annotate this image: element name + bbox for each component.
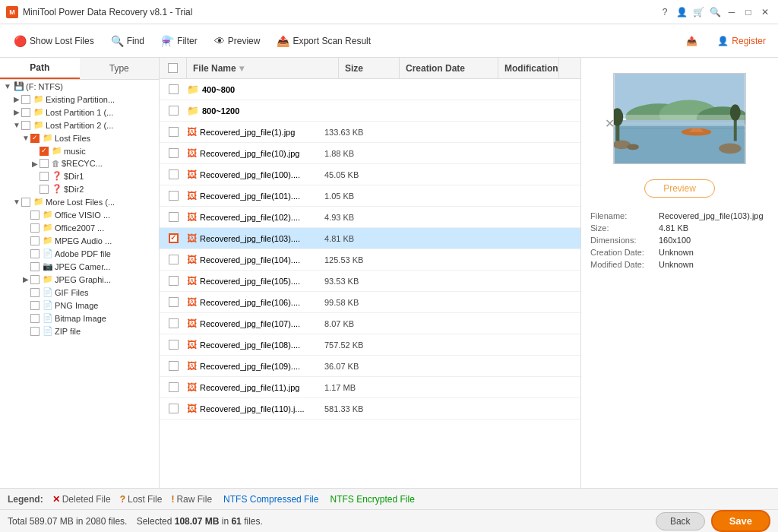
chk-dir2[interactable] (40, 185, 49, 194)
chk-zipfile[interactable] (30, 327, 40, 336)
search-btn[interactable]: 🔍 (708, 5, 722, 19)
col-header-size[interactable]: Size (339, 58, 400, 78)
tree-item-mpegaudio[interactable]: 📁 MPEG Audio ... (0, 234, 159, 247)
tree-item-office2007[interactable]: 📁 Office2007 ... (0, 221, 159, 234)
table-row[interactable]: 🖼 Recovered_jpg_file(106).... 99.58 KB (160, 292, 580, 313)
help-btn[interactable]: ? (658, 5, 672, 19)
table-row[interactable]: 🖼 Recovered_jpg_file(1).jpg 133.63 KB (160, 122, 580, 143)
back-button[interactable]: Back (656, 512, 705, 530)
toggle-existing[interactable]: ▶ (12, 95, 21, 103)
row-checkbox-area[interactable] (160, 340, 187, 350)
close-panel-button[interactable]: ✕ (605, 116, 615, 131)
toggle-jpeggraph[interactable]: ▶ (21, 275, 30, 283)
table-row[interactable]: 🖼 Recovered_jpg_file(103).... 4.81 KB (160, 228, 580, 249)
tree-item-music[interactable]: 📁 music (0, 144, 159, 157)
row-checkbox-area[interactable] (160, 255, 187, 264)
row-checkbox[interactable] (169, 233, 179, 243)
close-btn[interactable]: ✕ (758, 5, 772, 19)
row-checkbox[interactable] (169, 106, 179, 116)
row-checkbox[interactable] (169, 148, 179, 158)
tab-path[interactable]: Path (0, 58, 80, 79)
table-row[interactable]: 🖼 Recovered_jpg_file(105).... 93.53 KB (160, 271, 580, 292)
preview-action-button[interactable]: Preview (644, 179, 715, 198)
toggle-lost2[interactable]: ▼ (12, 121, 21, 129)
tree-item-lostfiles[interactable]: ▼ 📁 Lost Files (0, 131, 159, 144)
table-row[interactable]: 🖼 Recovered_jpg_file(11).jpg 1.17 MB (160, 377, 580, 398)
find-button[interactable]: 🔍 Find (103, 28, 152, 54)
row-checkbox[interactable] (169, 127, 179, 137)
chk-lost2[interactable] (21, 121, 30, 130)
chk-dir1[interactable] (40, 172, 49, 181)
tree-item-officevisio[interactable]: 📁 Office VISIO ... (0, 208, 159, 221)
row-checkbox[interactable] (169, 255, 179, 264)
table-row[interactable]: 🖼 Recovered_jpg_file(101).... 1.05 KB (160, 185, 580, 207)
row-checkbox[interactable] (169, 318, 179, 328)
toggle-lostfiles[interactable]: ▼ (21, 134, 30, 142)
toggle-recyc[interactable]: ▶ (30, 160, 40, 168)
row-checkbox-area[interactable] (160, 276, 187, 286)
row-checkbox[interactable] (169, 404, 179, 413)
share-button[interactable]: 📤 (678, 28, 705, 54)
chk-morelost[interactable] (21, 198, 30, 207)
chk-office2007[interactable] (30, 223, 40, 233)
table-row[interactable]: 🖼 Recovered_jpg_file(102).... 4.93 KB (160, 207, 580, 228)
row-checkbox[interactable] (169, 361, 179, 371)
table-row[interactable]: 🖼 Recovered_jpg_file(104).... 125.53 KB (160, 249, 580, 271)
row-checkbox[interactable] (169, 191, 179, 201)
toggle-ntfs[interactable]: ▼ (3, 82, 12, 90)
filter-button[interactable]: ⚗️ Filter (153, 28, 205, 54)
chk-music[interactable] (40, 147, 49, 156)
tree-item-adobepdf[interactable]: 📄 Adobe PDF file (0, 247, 159, 260)
row-checkbox[interactable] (169, 297, 179, 307)
chk-recyc[interactable] (40, 159, 49, 168)
header-checkbox[interactable] (168, 63, 178, 73)
tree-item-jpegcamer[interactable]: 📷 JPEG Camer... (0, 260, 159, 273)
row-checkbox-area[interactable] (160, 148, 187, 158)
row-checkbox-area[interactable] (160, 318, 187, 328)
col-header-modification[interactable]: Modification (498, 58, 559, 78)
tab-type[interactable]: Type (80, 58, 160, 79)
tree-item-dir1[interactable]: ❓ $Dir1 (0, 169, 159, 182)
tree-item-giffiles[interactable]: 📄 GIF Files (0, 286, 159, 299)
row-checkbox-area[interactable] (160, 297, 187, 307)
row-checkbox-area[interactable] (160, 106, 187, 116)
chk-bitmap[interactable] (30, 314, 40, 323)
chk-jpeggraph[interactable] (30, 275, 40, 284)
register-button[interactable]: 👤 Register (711, 33, 772, 49)
col-header-creation[interactable]: Creation Date (400, 58, 498, 78)
table-row[interactable]: 🖼 Recovered_jpg_file(109).... 36.07 KB (160, 356, 580, 377)
tree-item-morelost[interactable]: ▼ 📁 More Lost Files (... (0, 195, 159, 208)
tree-item-bitmap[interactable]: 📄 Bitmap Image (0, 312, 159, 325)
chk-officevisio[interactable] (30, 211, 40, 220)
toggle-morelost[interactable]: ▼ (12, 198, 21, 206)
save-button[interactable]: Save (711, 510, 770, 532)
file-list-body[interactable]: 📁 400~800 📁 800~1200 🖼 Recovered_jpg_fil… (160, 79, 580, 488)
tree-item-recyc[interactable]: ▶ 🗑 $RECYC... (0, 157, 159, 169)
row-checkbox-area[interactable] (160, 212, 187, 222)
row-checkbox[interactable] (169, 276, 179, 286)
row-checkbox-area[interactable] (160, 404, 187, 413)
export-button[interactable]: 📤 Export Scan Result (269, 28, 378, 54)
header-checkbox-area[interactable] (160, 58, 187, 78)
row-checkbox-area[interactable] (160, 84, 187, 94)
user-btn[interactable]: 👤 (675, 5, 688, 19)
table-row[interactable]: 🖼 Recovered_jpg_file(100).... 45.05 KB (160, 164, 580, 185)
tree-item-dir2[interactable]: ❓ $Dir2 (0, 182, 159, 195)
table-row[interactable]: 📁 400~800 (160, 79, 580, 100)
cart-btn[interactable]: 🛒 (691, 5, 705, 19)
col-header-filename[interactable]: File Name ▾ (187, 58, 339, 78)
table-row[interactable]: 🖼 Recovered_jpg_file(107).... 8.07 KB (160, 313, 580, 334)
chk-mpegaudio[interactable] (30, 236, 40, 245)
row-checkbox[interactable] (169, 169, 179, 179)
row-checkbox[interactable] (169, 212, 179, 222)
row-checkbox[interactable] (169, 382, 179, 392)
table-row[interactable]: 🖼 Recovered_jpg_file(108).... 757.52 KB (160, 334, 580, 356)
minimize-btn[interactable]: ─ (725, 5, 738, 19)
chk-pngimage[interactable] (30, 301, 40, 310)
tree-item-ntfs[interactable]: ▼ 💾 (F: NTFS) (0, 80, 159, 93)
chk-lost1[interactable] (21, 108, 30, 117)
tree-item-lost1[interactable]: ▶ 📁 Lost Partition 1 (... (0, 106, 159, 119)
tree-container[interactable]: ▼ 💾 (F: NTFS) ▶ 📁 Existing Partition... … (0, 80, 159, 488)
table-row[interactable]: 🖼 Recovered_jpg_file(110).j.... 581.33 K… (160, 398, 580, 420)
tree-item-pngimage[interactable]: 📄 PNG Image (0, 299, 159, 312)
